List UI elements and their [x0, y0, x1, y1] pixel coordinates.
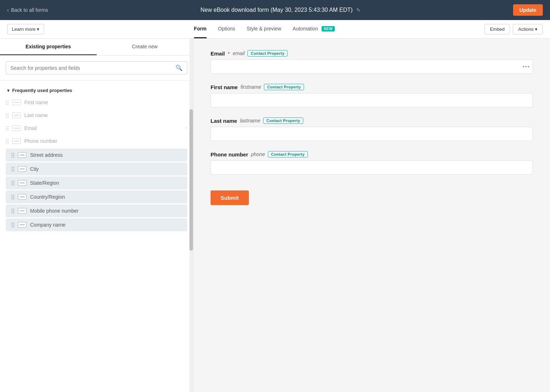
tab-bar: Learn more ▾ Form Options Style & previe…: [0, 20, 550, 39]
form-title-area: New eBook download form (May 30, 2023 5:…: [201, 7, 361, 13]
drag-handle-icon: [11, 181, 14, 185]
email-key: email: [233, 50, 245, 56]
property-label: State/Region: [30, 180, 59, 186]
property-label: Company name: [30, 222, 66, 228]
actions-button[interactable]: Actions ▾: [513, 24, 543, 34]
list-item: First name: [0, 96, 193, 109]
list-item: Email •: [0, 122, 193, 135]
contact-property-badge: Contact Property: [264, 84, 304, 90]
property-label: Email: [24, 125, 37, 131]
form-title: New eBook download form (May 30, 2023 5:…: [201, 7, 353, 13]
left-panel: Existing properties Create new 🔍 ▾ Frequ…: [0, 39, 193, 392]
field-type-icon: [12, 125, 21, 131]
search-container: 🔍: [0, 55, 193, 81]
chevron-down-icon: ▾: [37, 26, 39, 32]
drag-handle-icon: [11, 153, 14, 158]
panel-tab-create[interactable]: Create new: [97, 39, 193, 55]
top-nav: ‹ Back to all forms New eBook download f…: [0, 0, 550, 20]
property-label: City: [30, 166, 39, 172]
property-label: Mobile phone number: [30, 208, 78, 214]
section-chevron-icon: ▾: [7, 88, 9, 93]
field-type-icon: [12, 112, 21, 118]
dots-menu-icon[interactable]: [523, 66, 529, 67]
tabs-container: Form Options Style & preview Automation …: [194, 20, 335, 38]
section-title: Frequently used properties: [12, 88, 72, 93]
tab-automation[interactable]: Automation NEW: [293, 20, 335, 38]
back-arrow-icon: ‹: [7, 7, 9, 13]
phone-input[interactable]: [211, 160, 533, 175]
learn-more-label: Learn more: [12, 26, 35, 32]
properties-list: ▾ Frequently used properties First name: [0, 81, 193, 235]
field-type-icon: [18, 208, 26, 214]
property-label: First name: [24, 100, 48, 105]
field-type-icon: [18, 166, 26, 172]
back-label: Back to all forms: [11, 7, 48, 13]
lastname-input[interactable]: [211, 127, 533, 141]
firstname-input[interactable]: [211, 93, 533, 107]
tab-form[interactable]: Form: [194, 20, 207, 38]
required-asterisk: *: [228, 50, 230, 57]
list-item[interactable]: Street address: [6, 149, 187, 161]
left-panel-wrapper: Existing properties Create new 🔍 ▾ Frequ…: [0, 39, 193, 392]
list-item[interactable]: Country/Region: [6, 190, 187, 203]
email-label: Email: [211, 50, 225, 57]
field-type-icon: [12, 138, 21, 144]
main-content: Existing properties Create new 🔍 ▾ Frequ…: [0, 39, 550, 392]
update-button[interactable]: Update: [513, 4, 543, 16]
section-header: ▾ Frequently used properties: [0, 83, 193, 96]
drag-handle-icon: [11, 209, 14, 213]
scrollbar-thumb: [189, 109, 193, 251]
email-input[interactable]: [211, 59, 533, 74]
form-preview-panel: Email * email Contact Property First nam…: [193, 39, 550, 392]
field-type-icon: [18, 222, 26, 228]
edit-icon[interactable]: ✎: [356, 7, 361, 13]
field-type-icon: [18, 180, 26, 186]
panel-tab-existing[interactable]: Existing properties: [0, 39, 97, 55]
list-item[interactable]: State/Region: [6, 176, 187, 189]
back-to-forms[interactable]: ‹ Back to all forms: [7, 7, 48, 13]
left-panel-scrollbar[interactable]: [189, 39, 193, 392]
property-label: Street address: [30, 152, 63, 158]
list-item[interactable]: City: [6, 163, 187, 175]
firstname-label: First name: [211, 84, 238, 90]
contact-property-badge: Contact Property: [247, 50, 288, 57]
panel-tabs: Existing properties Create new: [0, 39, 193, 55]
form-field-email: Email * email Contact Property: [211, 50, 533, 74]
list-item[interactable]: Company name: [6, 218, 187, 231]
tab-options[interactable]: Options: [218, 20, 235, 38]
drag-handle-icon: [6, 139, 9, 144]
property-label: Last name: [24, 112, 48, 118]
form-field-phone: Phone number phone Contact Property: [211, 151, 533, 175]
list-item: Last name: [0, 109, 193, 122]
lastname-label: Last name: [211, 118, 237, 124]
list-item: Phone number: [0, 135, 193, 147]
search-icon: 🔍: [175, 64, 183, 71]
contact-property-badge: Contact Property: [268, 151, 308, 158]
list-item[interactable]: Mobile phone number: [6, 204, 187, 217]
firstname-key: firstname: [241, 84, 261, 90]
search-box: 🔍: [6, 61, 187, 74]
tab-bar-left: Learn more ▾: [7, 24, 44, 34]
submit-button[interactable]: Submit: [211, 190, 249, 205]
property-label: Country/Region: [30, 194, 65, 200]
learn-more-button[interactable]: Learn more ▾: [7, 24, 44, 34]
search-input[interactable]: [10, 65, 173, 71]
field-type-icon: [12, 100, 21, 105]
drag-handle-icon: [6, 113, 9, 118]
tab-bar-actions: Embed Actions ▾: [484, 24, 543, 34]
embed-button[interactable]: Embed: [484, 24, 510, 34]
drag-handle-icon: [6, 126, 9, 131]
drag-handle-icon: [11, 167, 14, 171]
drag-handle-icon: [6, 100, 9, 105]
field-type-icon: [18, 152, 26, 158]
form-field-firstname: First name firstname Contact Property: [211, 84, 533, 107]
actions-chevron-icon: ▾: [535, 26, 537, 32]
new-badge: NEW: [322, 26, 335, 32]
form-field-lastname: Last name lastname Contact Property: [211, 117, 533, 141]
drag-handle-icon: [11, 223, 14, 227]
phone-label: Phone number: [211, 151, 248, 158]
tab-style-preview[interactable]: Style & preview: [247, 20, 281, 38]
field-type-icon: [18, 194, 26, 200]
property-label: Phone number: [24, 138, 57, 144]
lastname-key: lastname: [240, 118, 260, 124]
